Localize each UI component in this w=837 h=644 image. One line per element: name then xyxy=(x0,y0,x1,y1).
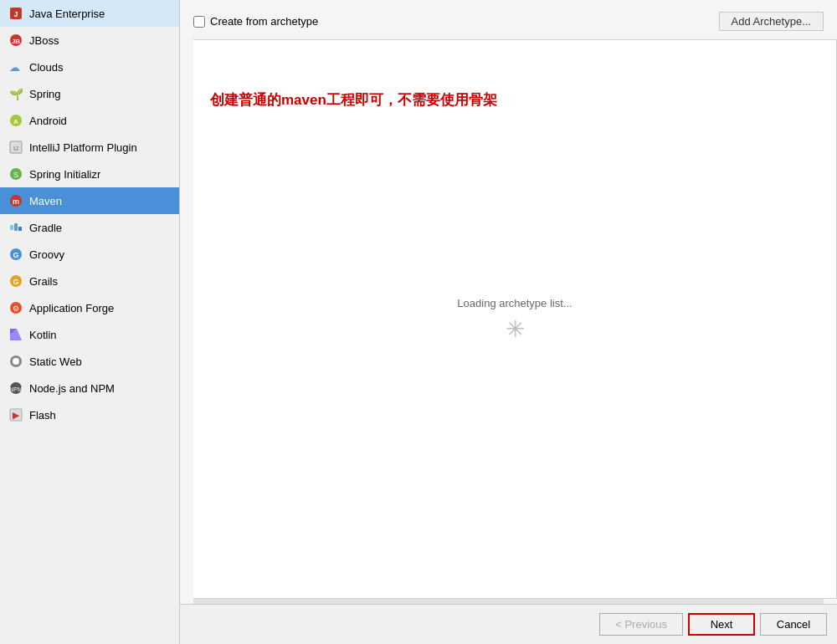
bottom-bar: < Previous Next Cancel xyxy=(180,604,837,644)
svg-text:G: G xyxy=(13,251,18,259)
sidebar: JJava EnterpriseJBJBoss☁Clouds🌱SpringAAn… xyxy=(0,0,180,644)
maven-label: Maven xyxy=(29,195,62,207)
svg-text:A: A xyxy=(13,118,18,125)
sidebar-item-kotlin[interactable]: Kotlin xyxy=(0,321,179,348)
kotlin-label: Kotlin xyxy=(29,329,57,341)
previous-button[interactable]: < Previous xyxy=(599,613,683,636)
sidebar-item-nodejs-npm[interactable]: NPMNode.js and NPM xyxy=(0,375,179,401)
svg-text:🌱: 🌱 xyxy=(9,88,23,100)
java-enterprise-icon: J xyxy=(8,6,23,21)
instruction-text: 创建普通的maven工程即可，不需要使用骨架 xyxy=(210,90,497,110)
sidebar-item-java-enterprise[interactable]: JJava Enterprise xyxy=(0,0,179,27)
svg-text:NPM: NPM xyxy=(9,386,23,392)
sidebar-item-jboss[interactable]: JBJBoss xyxy=(0,27,179,54)
svg-text:☁: ☁ xyxy=(9,61,20,74)
svg-rect-14 xyxy=(10,225,13,230)
next-button[interactable]: Next xyxy=(688,613,755,636)
svg-text:JB: JB xyxy=(12,38,20,45)
sidebar-item-grails[interactable]: GGrails xyxy=(0,268,179,294)
sidebar-item-gradle[interactable]: Gradle xyxy=(0,214,179,241)
application-forge-label: Application Forge xyxy=(29,302,114,314)
flash-icon: ▶ xyxy=(8,407,23,422)
maven-icon: m xyxy=(8,193,23,208)
svg-text:J: J xyxy=(13,10,18,18)
android-label: Android xyxy=(29,115,67,127)
gradle-icon xyxy=(8,220,23,235)
gradle-label: Gradle xyxy=(29,222,62,234)
svg-text:m: m xyxy=(13,197,19,206)
loading-area: Loading archetype list... ✳ xyxy=(457,297,572,341)
bottom-buttons: < Previous Next Cancel xyxy=(599,613,827,636)
java-enterprise-label: Java Enterprise xyxy=(29,8,105,20)
spring-icon: 🌱 xyxy=(8,86,23,101)
spring-label: Spring xyxy=(29,88,61,100)
sidebar-item-intellij-plugin[interactable]: IJIntelliJ Platform Plugin xyxy=(0,134,179,161)
svg-text:▶: ▶ xyxy=(13,411,20,420)
sidebar-item-maven[interactable]: mMaven xyxy=(0,187,179,214)
main-content: Create from archetype Add Archetype... 创… xyxy=(180,0,837,644)
sidebar-item-flash[interactable]: ▶Flash xyxy=(0,401,179,428)
svg-rect-16 xyxy=(18,227,22,231)
sidebar-item-application-forge[interactable]: ⚙Application Forge xyxy=(0,294,179,321)
svg-text:IJ: IJ xyxy=(13,145,18,152)
spring-initializr-icon: S xyxy=(8,166,23,181)
add-archetype-button[interactable]: Add Archetype... xyxy=(719,12,824,31)
sidebar-item-static-web[interactable]: Static Web xyxy=(0,348,179,375)
android-icon: A xyxy=(8,113,23,128)
content-area: 创建普通的maven工程即可，不需要使用骨架 Loading archetype… xyxy=(193,39,837,599)
sidebar-item-spring[interactable]: 🌱Spring xyxy=(0,80,179,107)
svg-text:⚙: ⚙ xyxy=(13,304,19,313)
clouds-label: Clouds xyxy=(29,61,63,74)
top-area: Create from archetype Add Archetype... xyxy=(180,0,837,39)
svg-text:S: S xyxy=(13,171,18,179)
svg-point-26 xyxy=(13,358,19,365)
create-from-archetype-container: Create from archetype xyxy=(193,15,318,28)
static-web-icon xyxy=(8,354,23,369)
intellij-plugin-icon: IJ xyxy=(8,140,23,155)
sidebar-item-clouds[interactable]: ☁Clouds xyxy=(0,54,179,80)
nodejs-npm-label: Node.js and NPM xyxy=(29,382,115,395)
grails-icon: G xyxy=(8,273,23,289)
groovy-icon: G xyxy=(8,247,23,262)
jboss-icon: JB xyxy=(8,33,23,48)
dialog-body: JJava EnterpriseJBJBoss☁Clouds🌱SpringAAn… xyxy=(0,0,837,644)
jboss-label: JBoss xyxy=(29,34,59,47)
svg-rect-15 xyxy=(14,223,18,231)
sidebar-item-spring-initializr[interactable]: SSpring Initializr xyxy=(0,161,179,187)
sidebar-item-groovy[interactable]: GGroovy xyxy=(0,241,179,268)
sidebar-item-android[interactable]: AAndroid xyxy=(0,107,179,134)
create-from-archetype-checkbox[interactable] xyxy=(193,16,205,28)
intellij-plugin-label: IntelliJ Platform Plugin xyxy=(29,141,137,154)
nodejs-npm-icon: NPM xyxy=(8,381,23,396)
application-forge-icon: ⚙ xyxy=(8,300,23,315)
svg-text:G: G xyxy=(13,278,18,286)
create-from-archetype-label: Create from archetype xyxy=(210,15,318,28)
groovy-label: Groovy xyxy=(29,248,64,261)
cancel-button[interactable]: Cancel xyxy=(760,613,827,636)
loading-text: Loading archetype list... xyxy=(457,297,572,309)
grails-label: Grails xyxy=(29,275,58,288)
flash-label: Flash xyxy=(29,409,56,422)
new-project-dialog: JJava EnterpriseJBJBoss☁Clouds🌱SpringAAn… xyxy=(0,0,837,644)
clouds-icon: ☁ xyxy=(8,59,23,74)
static-web-label: Static Web xyxy=(29,355,82,368)
loading-spinner-icon: ✳ xyxy=(506,318,525,341)
spring-initializr-label: Spring Initializr xyxy=(29,168,100,181)
kotlin-icon xyxy=(8,327,23,342)
